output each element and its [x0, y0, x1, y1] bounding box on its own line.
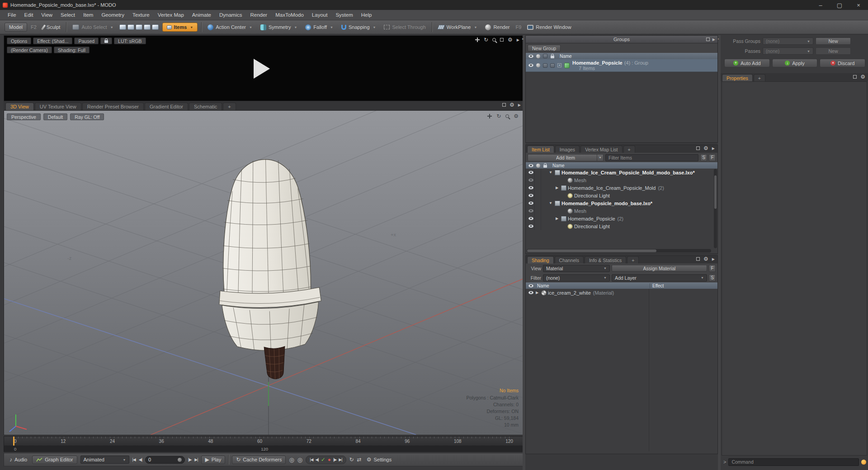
materials-mode-icon[interactable]	[144, 24, 151, 30]
item-row-homemade-popsicle-modo-base-lxo[interactable]: ▼Homemade_Popsicle_modo_base.lxo*	[526, 199, 717, 207]
rotate-icon[interactable]: ↻	[496, 113, 501, 119]
visibility-eye-icon[interactable]	[528, 171, 533, 174]
item-row-directional-light[interactable]: Directional Light	[526, 222, 717, 230]
tab-item-list[interactable]: Item List	[527, 146, 554, 153]
filter-items-input[interactable]: Filter Items	[605, 154, 698, 161]
filter-button[interactable]: F	[709, 154, 716, 161]
menu-animate[interactable]: Animate	[188, 10, 215, 20]
apply-button[interactable]: ↓Apply	[772, 59, 818, 67]
tab-shading[interactable]: Shading	[527, 256, 554, 263]
menu-help[interactable]: Help	[357, 10, 376, 20]
menu-texture[interactable]: Texture	[128, 10, 154, 20]
visibility-eye-icon[interactable]	[528, 291, 533, 294]
tab-3d-view[interactable]: 3D View	[5, 103, 34, 110]
falloff-button[interactable]: Falloff▼	[303, 23, 335, 32]
menu-maxtomodo[interactable]: MaxToModo	[271, 10, 308, 20]
panel-menu-icon[interactable]: ▶	[712, 257, 715, 261]
panel-menu-icon[interactable]: ▶	[518, 103, 521, 107]
chevron-down-icon[interactable]: ▼	[597, 155, 603, 161]
timeline-track[interactable]: 01224364860728496108120	[4, 437, 523, 446]
select-through-button[interactable]: Select Through	[382, 23, 428, 32]
item-row-mesh[interactable]: Mesh	[526, 207, 717, 215]
passes-select[interactable]: (none)▼	[763, 47, 813, 55]
auto-key-toggle[interactable]: ✓	[321, 456, 326, 463]
gear-icon[interactable]: ⚙	[509, 102, 514, 108]
popsicle-model[interactable]	[214, 157, 324, 381]
visibility-eye-icon[interactable]	[528, 217, 533, 220]
panel-menu-icon[interactable]: ▶	[517, 38, 519, 42]
tab-channels[interactable]: Channels	[555, 256, 584, 263]
preview-paused-button[interactable]: Paused	[74, 38, 99, 44]
minimize-button[interactable]: –	[811, 0, 830, 10]
item-row-directional-light[interactable]: Directional Light	[526, 192, 717, 199]
item-row-homemade-ice-cream-popsicle-mold[interactable]: ▶Homemade_Ice_Cream_Popsicle_Mold(2)	[526, 184, 717, 192]
expand-arrow-icon[interactable]: ▶	[554, 186, 560, 190]
gear-icon[interactable]: ⚙	[514, 113, 519, 119]
maximize-panel-icon[interactable]	[853, 75, 857, 79]
expand-arrow-icon[interactable]: ▼	[548, 170, 553, 174]
add-tab-button[interactable]: +	[754, 74, 765, 81]
scrollbar-thumb[interactable]	[714, 175, 717, 209]
item-row-mesh[interactable]: Mesh	[526, 176, 717, 184]
add-tab-button[interactable]: +	[623, 146, 635, 153]
zoom-icon[interactable]	[492, 38, 496, 42]
maximize-panel-icon[interactable]	[502, 103, 506, 107]
snapping-button[interactable]: Snapping▼	[339, 23, 378, 32]
cache-deformers-button[interactable]: ↻Cache Deformers	[232, 456, 286, 464]
preview-effect-button[interactable]: Effect: (Shad...	[33, 38, 72, 44]
sculpt-button[interactable]: Sculpt	[40, 23, 63, 32]
scrollbar-thumb[interactable]	[527, 249, 656, 252]
menu-item[interactable]: Item	[79, 10, 97, 20]
panel-menu-icon[interactable]: ▶	[712, 38, 715, 42]
maximize-button[interactable]: ▢	[830, 0, 849, 10]
visibility-eye-icon[interactable]	[528, 209, 533, 212]
selected-filter-button[interactable]: S	[700, 154, 707, 161]
shading-filter-select[interactable]: (none)▼	[543, 274, 610, 282]
visibility-eye-icon[interactable]	[528, 202, 533, 205]
visibility-eye-icon[interactable]	[528, 179, 533, 182]
pass-groups-select[interactable]: (none)▼	[763, 38, 813, 45]
settings-button[interactable]: ⚙Settings	[365, 456, 394, 464]
discard-button[interactable]: ×Discard	[820, 59, 865, 67]
tab-vertex-map-list[interactable]: Vertex Map List	[580, 146, 622, 153]
add-item-button[interactable]: Add Item▼	[528, 154, 604, 161]
tab-uv-texture-view[interactable]: UV Texture View	[35, 103, 81, 110]
command-input[interactable]: Command	[728, 458, 859, 466]
record-button[interactable]: ●	[328, 456, 331, 463]
expand-arrow-icon[interactable]: ▶	[534, 291, 540, 295]
preview-camera-button[interactable]: (Render Camera)	[7, 47, 52, 53]
shading-s-button[interactable]: S	[709, 274, 716, 282]
pan-icon[interactable]	[487, 114, 492, 118]
gear-icon[interactable]: ⚙	[860, 74, 865, 80]
render-button[interactable]: Render	[483, 23, 512, 32]
pan-icon[interactable]	[475, 38, 480, 42]
material-row[interactable]: ▶ ice_cream_2_white (Material)	[526, 289, 717, 296]
new-group-button[interactable]: New Group	[528, 45, 561, 52]
model-mode-button[interactable]: Model	[5, 23, 27, 32]
go-start-button[interactable]: |◀	[132, 457, 136, 462]
tab-gradient-editor[interactable]: Gradient Editor	[145, 103, 188, 110]
menu-edit[interactable]: Edit	[20, 10, 38, 20]
next-key-alt-button[interactable]: ▶|	[339, 457, 342, 462]
new-pass-group-button[interactable]: New	[816, 38, 851, 45]
command-history-icon[interactable]	[861, 460, 866, 465]
assign-material-button[interactable]: Assign Material	[612, 265, 707, 272]
menu-vertex-map[interactable]: Vertex Map	[154, 10, 188, 20]
cycle-icon[interactable]: ⇄	[357, 457, 362, 462]
close-button[interactable]: ×	[849, 0, 868, 10]
preview-play-button[interactable]	[254, 59, 270, 79]
prev-key-alt-button[interactable]: ◀|	[315, 457, 318, 462]
prev-frame-button[interactable]: ◀|	[139, 457, 142, 462]
visibility-eye-icon[interactable]	[528, 64, 533, 67]
new-pass-button[interactable]: New	[816, 47, 851, 55]
actor-icon[interactable]: ◎	[289, 456, 294, 463]
symmetry-button[interactable]: Symmetry▼	[258, 23, 299, 32]
center-mode-icon[interactable]	[152, 24, 159, 30]
items-mode-button[interactable]: Items▼	[162, 23, 198, 32]
visibility-eye-icon[interactable]	[528, 186, 533, 189]
preview-lock-button[interactable]	[100, 38, 112, 44]
auto-add-button[interactable]: +Auto Add	[724, 59, 770, 67]
workplane-button[interactable]: WorkPlane▼	[436, 23, 480, 32]
visibility-eye-icon[interactable]	[528, 194, 533, 197]
next-frame-button[interactable]: |▶	[188, 457, 191, 462]
